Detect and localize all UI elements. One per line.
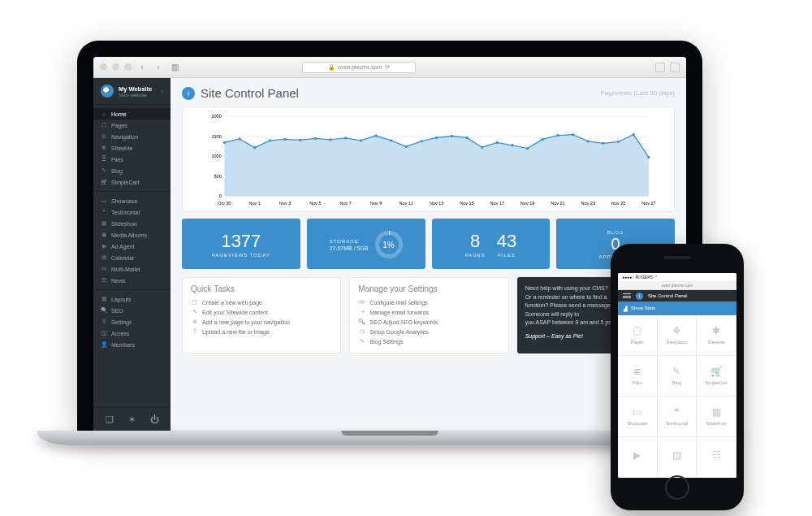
browser-url-field[interactable]: 🔒 oven.piecms.com ⟳: [302, 62, 416, 73]
quick-task-item[interactable]: ▢Create a new web page: [191, 297, 332, 307]
setting-item[interactable]: 🔍SEO Adjust SEO keywords: [358, 317, 499, 327]
browser-share-icon[interactable]: [655, 63, 665, 72]
phone-cell-navigation[interactable]: ❖Navigation: [658, 315, 698, 356]
row-label: Manage email forwards: [369, 310, 429, 315]
blog-icon: ✎: [672, 366, 680, 377]
sidebar-item-settings[interactable]: ⚙Settings: [93, 316, 171, 327]
sidebar-item-label: Files: [111, 157, 123, 163]
phone-cell-calendar[interactable]: ▤: [658, 437, 698, 478]
info-icon: i: [182, 87, 195, 100]
window-dot[interactable]: [100, 63, 107, 71]
tile-storage[interactable]: Storage 27.67MB / 5GB 1%: [307, 219, 425, 269]
power-icon[interactable]: ⏻: [149, 414, 160, 425]
quick-task-item[interactable]: ⤒Upload a new file or image: [191, 327, 332, 336]
laptop-device: ‹ › ▥ 🔒 oven.piecms.com ⟳ My Website: [77, 41, 702, 431]
chart-subtitle: Pageviews (Last 30 days): [600, 89, 675, 97]
sidebar-item-simplecart[interactable]: 🛒SimpleCart: [93, 176, 171, 188]
phone-cell-label: SimpleCart: [706, 380, 728, 385]
sidebar-item-sitewide[interactable]: ✱Sitewide: [93, 142, 171, 154]
sidebar-item-news[interactable]: ☰News: [93, 275, 171, 286]
sidebar-item-members[interactable]: 👤Members: [93, 339, 171, 350]
phone-cell-ad-agent[interactable]: ▶: [618, 437, 658, 478]
info-icon: i: [636, 293, 643, 300]
sidebar-site-header[interactable]: My Website View website ›: [93, 78, 171, 105]
sidebar-item-access[interactable]: ⚿Access: [93, 327, 171, 339]
sidebar-item-testimonial[interactable]: ❝Testimonial: [93, 206, 171, 218]
row-icon: 🔍: [358, 319, 365, 325]
sidebar-footer: ❑ ✶ ⏻: [93, 407, 171, 431]
svg-text:Nov 21: Nov 21: [551, 201, 564, 206]
browser-url-text: oven.piecms.com: [338, 64, 382, 70]
phone-cell-simplecart[interactable]: 🛒SimpleCart: [697, 356, 736, 397]
phone-device: ●●●●○ ROGERS ⌃ oven.piecms.com i Site Co…: [611, 244, 744, 510]
browser-tabs-icon[interactable]: [670, 63, 680, 72]
window-dot[interactable]: [112, 63, 119, 71]
sidebar-item-layouts[interactable]: ▦Layouts: [93, 293, 171, 305]
media-albums-icon: ▣: [101, 232, 107, 238]
setting-item[interactable]: ⇢Manage email forwards: [358, 307, 499, 317]
browser-back-icon[interactable]: ‹: [136, 62, 148, 73]
phone-cell-sitewide[interactable]: ✱Sitewide: [697, 315, 736, 356]
quick-task-item[interactable]: ⊕Add a new page to your navigation: [191, 317, 332, 327]
phone-cell-label: Slideshow: [706, 421, 727, 426]
bug-icon[interactable]: ✶: [126, 414, 137, 425]
sidebar-item-label: Home: [111, 111, 127, 117]
quick-task-item[interactable]: ✎Edit your Sitewide content: [191, 307, 332, 317]
ad-agent-icon: ▶: [633, 449, 641, 461]
tile-pages-files[interactable]: 8 Pages 43 Files: [432, 219, 551, 269]
sidebar-item-pages[interactable]: ▢Pages: [93, 119, 171, 131]
sidebar-item-blog[interactable]: ✎Blog: [93, 165, 171, 176]
svg-point-16: [314, 137, 317, 140]
sidebar-item-media-albums[interactable]: ▣Media Albums: [93, 229, 171, 241]
setting-item[interactable]: ◷Setup Google Analytics: [358, 327, 499, 336]
svg-point-24: [435, 137, 438, 139]
phone-cell-showcase[interactable]: ▭Showcase: [618, 397, 658, 437]
setting-item[interactable]: ✎Blog Settings: [358, 336, 499, 346]
stat-value: 8: [470, 232, 480, 250]
phone-screen: ●●●●○ ROGERS ⌃ oven.piecms.com i Site Co…: [618, 273, 736, 478]
browser-sidebar-icon[interactable]: ▥: [169, 62, 180, 73]
sidebar-item-seo[interactable]: 🔍SEO: [93, 305, 171, 316]
reload-icon[interactable]: ⟳: [385, 63, 391, 71]
stat-value: 1377: [221, 232, 261, 250]
wifi-icon: ⌃: [654, 275, 658, 280]
sidebar-item-navigation[interactable]: ⊞Navigation: [93, 131, 171, 142]
svg-point-18: [344, 137, 347, 139]
tile-pageviews-today[interactable]: 1377 Pageviews Today: [182, 219, 300, 269]
phone-cell-blog[interactable]: ✎Blog: [658, 356, 698, 397]
sidebar-item-ad-agent[interactable]: ▶Ad Agent: [93, 241, 171, 252]
sidebar-item-label: Blog: [111, 168, 123, 174]
phone-cell-slideshow[interactable]: ▦Slideshow: [697, 397, 736, 437]
svg-point-26: [465, 137, 468, 139]
debug-icon[interactable]: ❑: [104, 414, 115, 425]
svg-text:2000: 2000: [211, 114, 221, 119]
sidebar-item-label: Media Albums: [111, 232, 147, 238]
files-icon: ≣: [633, 366, 641, 377]
setting-item[interactable]: ✉Configure mail settings: [358, 297, 499, 307]
sidebar-item-files[interactable]: ≣Files: [93, 154, 171, 165]
window-dot[interactable]: [124, 63, 132, 71]
row-icon: ⊕: [191, 319, 198, 325]
help-signoff: Support – Easy as Pie!: [525, 333, 583, 339]
phone-cell-media[interactable]: ☷: [697, 437, 736, 478]
hamburger-icon[interactable]: [623, 292, 631, 300]
row-icon: ✎: [191, 309, 198, 315]
phone-cell-testimonial[interactable]: ❝Testimonial: [658, 397, 698, 437]
sidebar-item-label: Layouts: [111, 297, 132, 302]
phone-page-title: Site Control Panel: [648, 293, 687, 298]
sidebar-item-multi-mailer[interactable]: ✉Multi-Mailer: [93, 263, 171, 275]
sidebar-item-label: Showcase: [111, 198, 137, 204]
phone-cell-files[interactable]: ≣Files: [618, 356, 658, 397]
sidebar-item-showcase[interactable]: ▭Showcase: [93, 195, 171, 206]
svg-point-33: [572, 133, 574, 136]
browser-forward-icon[interactable]: ›: [153, 62, 164, 73]
navigation-icon: ❖: [672, 325, 681, 336]
svg-point-37: [633, 133, 635, 136]
sidebar-item-slideshow[interactable]: ▦Slideshow: [93, 218, 171, 229]
show-stats-button[interactable]: ▟ Show Stats: [618, 301, 736, 315]
phone-url-bar[interactable]: oven.piecms.com: [618, 282, 736, 291]
sidebar-item-home[interactable]: ⌂Home: [93, 108, 171, 119]
sidebar-item-calendar[interactable]: ▤Calendar: [93, 252, 171, 263]
phone-cell-pages[interactable]: ▢Pages: [618, 315, 658, 356]
svg-text:Nov 13: Nov 13: [430, 201, 443, 206]
